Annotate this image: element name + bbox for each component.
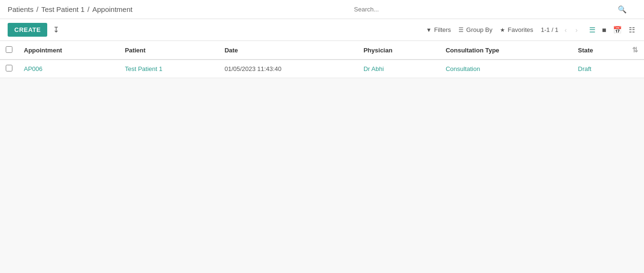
action-bar: CREATE ↧ ▼ Filters ☰ Group By ★ Favorite… [0,19,644,41]
select-all-checkbox[interactable] [6,46,12,53]
action-bar-left: CREATE ↧ [8,23,59,37]
star-icon: ★ [500,27,505,33]
col-header-state[interactable]: State [572,41,626,60]
list-view-icon[interactable]: ☰ [588,25,597,35]
favorites-button[interactable]: ★ Favorites [500,26,533,33]
row-checkbox[interactable] [6,65,12,71]
table-container: Appointment Patient Date Physician Consu… [0,41,644,78]
appointments-table: Appointment Patient Date Physician Consu… [0,41,644,78]
row-adjust-cell [626,60,644,78]
filter-group: ▼ Filters ☰ Group By ★ Favorites [426,26,533,33]
breadcrumb: Patients / Test Patient 1 / Appointment [8,5,133,13]
filter-icon: ▼ [426,27,432,33]
link-consultation_type[interactable]: Consultation [446,65,480,72]
calendar-view-icon[interactable]: 📅 [612,25,623,35]
grid-view-icon[interactable]: ☷ [627,25,636,35]
col-header-patient[interactable]: Patient [119,41,219,60]
cell-appointment: AP006 [18,60,119,78]
create-button[interactable]: CREATE [8,23,47,37]
top-bar: Patients / Test Patient 1 / Appointment … [0,0,644,19]
table-row: AP006Test Patient 101/05/2023 11:43:40Dr… [0,60,644,78]
favorites-label: Favorites [508,26,533,33]
breadcrumb-sep2: / [87,5,89,13]
table-header-row: Appointment Patient Date Physician Consu… [0,41,644,60]
download-icon[interactable]: ↧ [53,25,59,34]
search-bar: 🔍 [350,4,627,15]
search-icon: 🔍 [618,5,627,14]
cell-patient: Test Patient 1 [119,60,219,78]
link-patient[interactable]: Test Patient 1 [125,65,163,72]
filters-label: Filters [434,26,451,33]
breadcrumb-patient[interactable]: Test Patient 1 [41,5,84,13]
groupby-button[interactable]: ☰ Group By [458,26,492,33]
groupby-label: Group By [466,26,492,33]
groupby-icon: ☰ [458,27,464,33]
search-input[interactable] [350,4,618,15]
breadcrumb-appointment: Appointment [92,5,132,13]
cell-consultation_type: Consultation [440,60,572,78]
col-header-adjust: ⇅ [626,41,644,60]
kanban-view-icon[interactable]: ■ [601,25,608,35]
pagination: 1-1 / 1 ‹ › [541,25,580,35]
view-icons: ☰ ■ 📅 ☷ [588,25,636,35]
action-bar-right: ▼ Filters ☰ Group By ★ Favorites 1-1 / 1… [426,25,636,35]
cell-state: Draft [572,60,626,78]
link-appointment[interactable]: AP006 [24,65,42,72]
filters-button[interactable]: ▼ Filters [426,26,451,33]
col-header-consultation-type[interactable]: Consultation Type [440,41,572,60]
pagination-next[interactable]: › [573,25,580,35]
pagination-prev[interactable]: ‹ [562,25,570,35]
cell-date: 01/05/2023 11:43:40 [219,60,358,78]
breadcrumb-sep1: / [36,5,38,13]
pagination-count: 1-1 / 1 [541,26,559,33]
cell-physician: Dr Abhi [358,60,440,78]
breadcrumb-patients[interactable]: Patients [8,5,33,13]
col-header-appointment[interactable]: Appointment [18,41,119,60]
col-header-physician[interactable]: Physician [358,41,440,60]
header-checkbox-cell [0,41,18,60]
row-checkbox-cell [0,60,18,78]
link-physician[interactable]: Dr Abhi [364,65,384,72]
columns-adjust-icon[interactable]: ⇅ [632,46,638,54]
col-header-date[interactable]: Date [219,41,358,60]
link-state[interactable]: Draft [578,65,592,72]
